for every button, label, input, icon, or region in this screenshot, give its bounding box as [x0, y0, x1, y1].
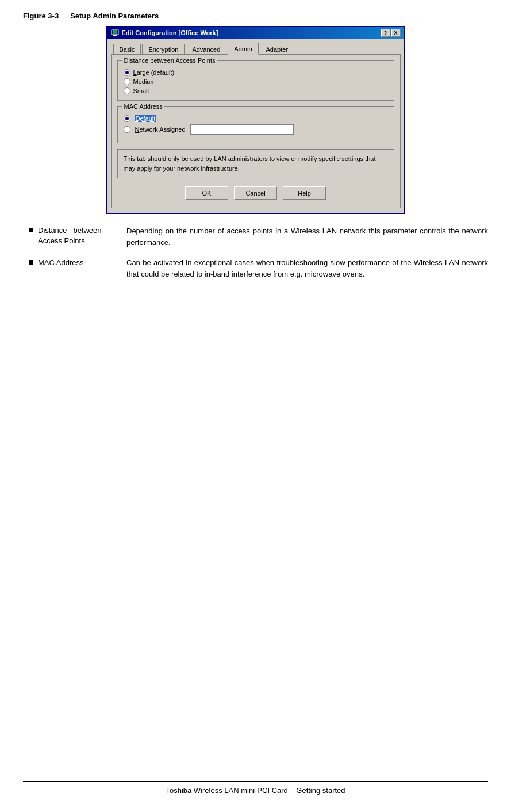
tab-advanced[interactable]: Advanced [186, 44, 226, 55]
titlebar-left: Edit Configuration [Office Work] [111, 29, 218, 37]
desc-mac-text: Can be activated in exceptional cases wh… [126, 258, 488, 278]
svg-rect-1 [113, 30, 117, 34]
mac-network-row: Network Assigned [124, 124, 388, 135]
dialog-body: Basic Encryption Advanced Admin Adapter … [107, 39, 404, 213]
tab-basic[interactable]: Basic [113, 44, 141, 55]
radio-small-label: Small [133, 87, 149, 94]
radio-default-circle [124, 115, 130, 122]
radio-small[interactable]: Small [124, 87, 388, 94]
bullet-item-distance: Distance between Access Points [29, 225, 126, 246]
page-footer: Toshiba Wireless LAN mini-PCI Card – Get… [23, 781, 488, 795]
desc-mac: Can be activated in exceptional cases wh… [126, 257, 488, 279]
cancel-button[interactable]: Cancel [234, 186, 277, 200]
footer-text: Toshiba Wireless LAN mini-PCI Card – Get… [166, 786, 345, 795]
radio-large-label: Large (default) [133, 69, 175, 76]
bullet-distance-line2: Access Points [38, 236, 102, 246]
computer-icon [111, 29, 119, 37]
underline-s: S [133, 87, 137, 94]
mac-default-label[interactable]: Default [135, 115, 156, 122]
dialog-buttons: OK Cancel Help [117, 184, 394, 202]
dialog-title: Edit Configuration [Office Work] [122, 29, 218, 36]
tab-content: Distance between Access Points Large (de… [111, 54, 401, 208]
help-button[interactable]: ? [381, 29, 390, 37]
content-area: Distance between Access Points MAC Addre… [23, 225, 488, 282]
mac-address-input[interactable] [190, 124, 294, 135]
info-text: This tab should only be used by LAN admi… [124, 155, 376, 172]
close-button[interactable]: X [391, 29, 401, 37]
figure-caption: Setup Admin Parameters [70, 12, 159, 20]
mac-network-label[interactable]: Network Assigned [135, 126, 186, 133]
bullet-label-distance: Distance between Access Points [38, 225, 102, 246]
bullet-square-1 [29, 228, 33, 232]
mac-group-label: MAC Address [122, 103, 164, 110]
desc-distance: Depending on the number of access points… [126, 225, 488, 248]
mac-default-row: Default [124, 115, 388, 122]
radio-medium-circle [124, 78, 130, 85]
dialog-window: Edit Configuration [Office Work] ? X Bas… [106, 26, 405, 214]
desc-distance-text: Depending on the number of access points… [126, 227, 488, 247]
help-dialog-button[interactable]: Help [283, 186, 326, 200]
bullet-label-mac: MAC Address [38, 258, 83, 268]
tab-encryption[interactable]: Encryption [142, 44, 185, 55]
underline-m: M [133, 78, 139, 85]
svg-rect-3 [113, 35, 117, 36]
radio-medium[interactable]: Medium [124, 78, 388, 85]
bullet-mac-line1: MAC Address [38, 258, 83, 268]
radio-medium-label: Medium [133, 78, 156, 85]
page-container: Figure 3-3 Setup Admin Parameters Edit [0, 0, 511, 812]
tabs-container: Basic Encryption Advanced Admin Adapter [111, 42, 401, 54]
dialog-titlebar: Edit Configuration [Office Work] ? X [107, 27, 404, 39]
tab-adapter[interactable]: Adapter [260, 44, 295, 55]
bullet-distance-line1: Distance between [38, 225, 102, 236]
radio-network-circle [124, 126, 130, 133]
bullet-square-2 [29, 260, 33, 265]
tab-admin[interactable]: Admin [228, 43, 258, 55]
bullet-labels: Distance between Access Points MAC Addre… [23, 225, 126, 282]
distance-group: Distance between Access Points Large (de… [117, 60, 394, 101]
info-box: This tab should only be used by LAN admi… [117, 149, 394, 178]
figure-title: Figure 3-3 Setup Admin Parameters [23, 12, 488, 20]
distance-group-label: Distance between Access Points [122, 57, 217, 64]
descriptions: Depending on the number of access points… [126, 225, 488, 282]
titlebar-buttons: ? X [381, 29, 401, 37]
radio-small-circle [124, 87, 130, 94]
mac-group: MAC Address Default Network Assigned [117, 106, 394, 143]
dialog-wrapper: Edit Configuration [Office Work] ? X Bas… [23, 26, 488, 214]
figure-label: Figure 3-3 [23, 12, 59, 20]
svg-rect-2 [113, 35, 117, 35]
radio-large-circle [124, 69, 130, 76]
ok-button[interactable]: OK [185, 186, 228, 200]
bullet-item-mac: MAC Address [29, 258, 126, 268]
radio-large[interactable]: Large (default) [124, 69, 388, 76]
